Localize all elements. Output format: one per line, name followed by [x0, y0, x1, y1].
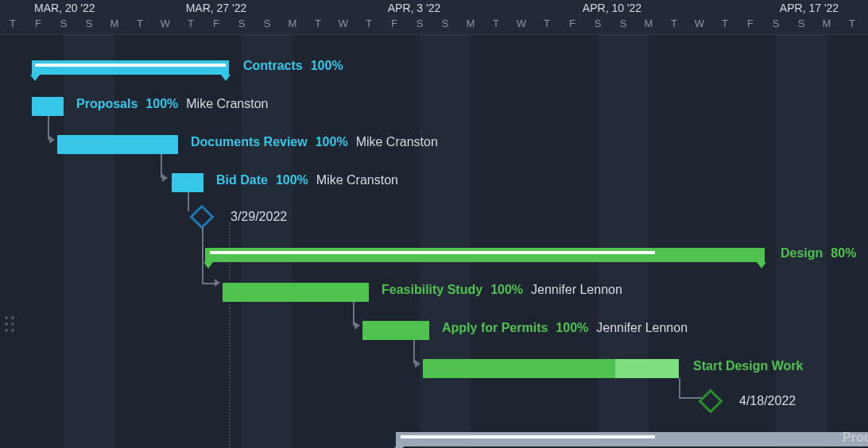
task-bar[interactable]: [57, 135, 178, 154]
week-label: MAR, 20 '22: [34, 2, 95, 14]
day-label: S: [798, 17, 805, 29]
task-row-bid-date[interactable]: Bid Date 100% Mike Cranston: [0, 168, 868, 197]
day-label: M: [823, 17, 831, 29]
task-bar[interactable]: [172, 173, 203, 192]
day-label: S: [60, 17, 68, 29]
task-label: Proposals 100% Mike Cranston: [76, 97, 268, 111]
day-label: M: [110, 17, 119, 29]
week-label: APR, 3 '22: [388, 2, 441, 14]
summary-bar[interactable]: [396, 432, 868, 446]
day-label: F: [569, 17, 575, 29]
day-label: W: [517, 17, 526, 29]
day-label: F: [747, 17, 754, 29]
timeline-week-labels: MAR, 20 '22 MAR, 27 '22 APR, 3 '22 APR, …: [0, 2, 868, 17]
gantt-chart[interactable]: MAR, 20 '22 MAR, 27 '22 APR, 3 '22 APR, …: [0, 0, 868, 448]
day-label: S: [238, 17, 246, 29]
day-label: T: [493, 17, 499, 29]
task-bar[interactable]: [32, 97, 64, 116]
task-row-procurement[interactable]: Procurement: [0, 426, 868, 448]
day-label: M: [645, 17, 653, 29]
day-label: S: [442, 17, 449, 29]
day-label: T: [137, 17, 143, 29]
task-label: Design 80%: [781, 246, 856, 261]
week-label: MAR, 27 '22: [186, 2, 247, 14]
day-label: T: [544, 17, 550, 29]
task-bar[interactable]: [223, 283, 369, 302]
summary-bar[interactable]: [32, 60, 229, 75]
day-label: W: [161, 17, 170, 29]
timeline-header: MAR, 20 '22 MAR, 27 '22 APR, 3 '22 APR, …: [0, 0, 868, 35]
task-label: Apply for Permits 100% Jennifer Lennon: [442, 321, 688, 335]
task-label: Contracts 100%: [243, 59, 343, 73]
day-label: T: [722, 17, 728, 29]
day-label: S: [417, 17, 424, 29]
day-label: S: [620, 17, 627, 29]
day-label: F: [35, 17, 41, 29]
task-row-proposals[interactable]: Proposals 100% Mike Cranston: [0, 92, 868, 121]
drag-handle-icon[interactable]: [5, 316, 14, 332]
summary-bar[interactable]: [205, 248, 765, 262]
timeline-day-labels: WTFSSMTWTFSSMTWTFSSMTWTFSSMTWTFSSMT: [0, 17, 868, 33]
task-row-contracts[interactable]: Contracts 100%: [0, 54, 868, 83]
day-label: M: [467, 17, 475, 29]
week-label: APR, 17 '22: [780, 2, 839, 14]
task-bar[interactable]: [423, 359, 679, 378]
day-label: T: [671, 17, 677, 29]
milestone-diamond-icon[interactable]: [189, 204, 214, 229]
day-label: S: [264, 17, 271, 29]
day-label: T: [849, 17, 855, 29]
week-label: APR, 10 '22: [583, 2, 641, 14]
task-row-start-design[interactable]: Start Design Work: [0, 354, 868, 383]
day-label: T: [188, 17, 194, 29]
task-row-permits[interactable]: Apply for Permits 100% Jennifer Lennon: [0, 316, 868, 345]
day-label: S: [86, 17, 93, 29]
day-label: W: [339, 17, 348, 29]
day-label: F: [391, 17, 397, 29]
task-label: Start Design Work: [693, 359, 803, 373]
task-row-milestone-2[interactable]: 4/18/2022: [0, 388, 868, 416]
task-row-documents-review[interactable]: Documents Review 100% Mike Cranston: [0, 130, 868, 159]
day-label: W: [695, 17, 704, 29]
day-label: M: [289, 17, 297, 29]
task-label: Documents Review 100% Mike Cranston: [191, 135, 438, 149]
day-label: F: [213, 17, 219, 29]
day-label: T: [315, 17, 321, 29]
day-label: S: [595, 17, 602, 29]
task-label: Procurement: [843, 431, 868, 445]
day-label: T: [366, 17, 372, 29]
milestone-diamond-icon[interactable]: [698, 388, 723, 413]
task-label: Bid Date 100% Mike Cranston: [216, 173, 398, 187]
task-label: Feasibility Study 100% Jennifer Lennon: [382, 283, 622, 297]
day-label: T: [10, 17, 16, 29]
task-row-milestone-1[interactable]: 3/29/2022: [0, 203, 868, 232]
task-row-design[interactable]: Design 80%: [0, 241, 868, 270]
task-row-feasibility[interactable]: Feasibility Study 100% Jennifer Lennon: [0, 278, 868, 307]
milestone-label: 4/18/2022: [739, 394, 796, 408]
task-bar[interactable]: [362, 321, 429, 340]
milestone-label: 3/29/2022: [231, 210, 287, 224]
day-label: S: [773, 17, 780, 29]
